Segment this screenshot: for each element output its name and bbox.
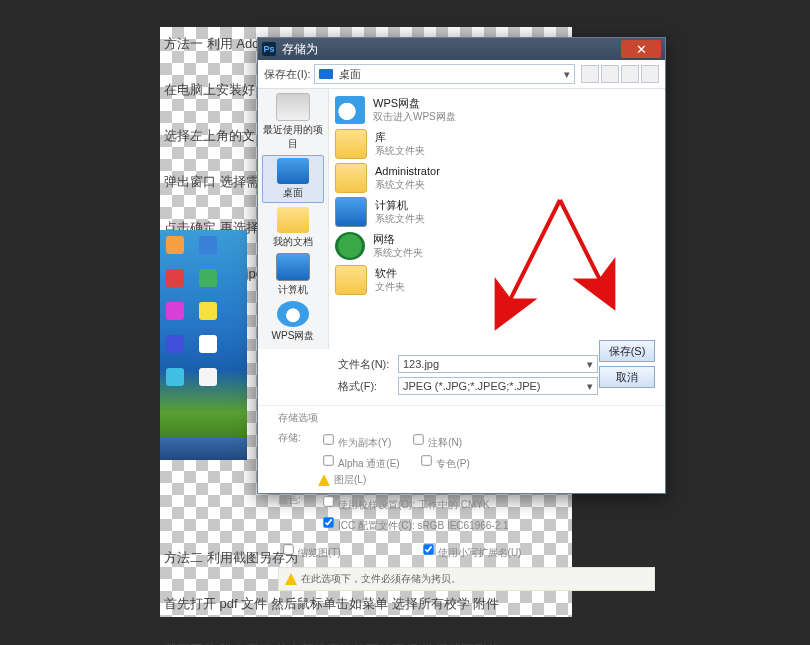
place-wps[interactable]: WPS网盘 [263, 301, 323, 343]
cloud-icon [335, 96, 365, 124]
save-as-dialog: Ps 存储为 ✕ 保存在(I): 桌面 ▾ 最近使用的项目 [257, 37, 666, 494]
filename-input[interactable]: 123.jpg▾ [398, 355, 598, 373]
file-list[interactable]: WPS网盘双击进入WPS网盘 库系统文件夹 Administrator系统文件夹… [329, 89, 665, 349]
folder-icon [335, 129, 367, 159]
titlebar[interactable]: Ps 存储为 ✕ [258, 38, 665, 60]
filename-label: 文件名(N): [338, 357, 398, 372]
list-item[interactable]: 计算机系统文件夹 [335, 195, 659, 229]
app-icon: Ps [262, 42, 276, 56]
save-options: 存储选项 存储: 作为副本(Y) 注释(N) Alpha 通道(E) 专色(P)… [258, 405, 665, 597]
place-recent[interactable]: 最近使用的项目 [263, 93, 323, 151]
save-in-combo[interactable]: 桌面 ▾ [314, 64, 575, 84]
computer-icon [335, 197, 367, 227]
place-desktop[interactable]: 桌面 [262, 155, 324, 203]
place-computer[interactable]: 计算机 [263, 253, 323, 297]
warning-icon [285, 573, 297, 585]
proof-checkbox[interactable] [323, 496, 333, 506]
network-icon [335, 232, 365, 260]
list-item[interactable]: 软件文件夹 [335, 263, 659, 297]
location-row: 保存在(I): 桌面 ▾ [258, 60, 665, 89]
warning-icon [318, 474, 330, 486]
save-in-value: 桌面 [339, 67, 361, 82]
cancel-button[interactable]: 取消 [599, 366, 655, 388]
format-label: 格式(F): [338, 379, 398, 394]
info-bar: 在此选项下，文件必须存储为拷贝。 [278, 567, 655, 591]
nav-new-folder-button[interactable] [621, 65, 639, 83]
save-in-label: 保存在(I): [264, 67, 310, 82]
places-sidebar: 最近使用的项目 桌面 我的文档 计算机 WPS网盘 [258, 89, 329, 349]
format-combo[interactable]: JPEG (*.JPG;*.JPEG;*.JPE)▾ [398, 377, 598, 395]
nav-view-button[interactable] [641, 65, 659, 83]
icc-checkbox[interactable] [323, 517, 333, 527]
nav-up-button[interactable] [601, 65, 619, 83]
nav-back-button[interactable] [581, 65, 599, 83]
dialog-title: 存储为 [282, 41, 318, 58]
list-item[interactable]: 库系统文件夹 [335, 127, 659, 161]
desktop-icon [319, 69, 333, 79]
alpha-checkbox[interactable] [323, 455, 333, 465]
folder-icon [335, 265, 367, 295]
as-copy-checkbox[interactable] [323, 434, 333, 444]
thumbnail-checkbox[interactable] [283, 544, 293, 554]
list-item[interactable]: Administrator系统文件夹 [335, 161, 659, 195]
place-documents[interactable]: 我的文档 [263, 207, 323, 249]
save-button[interactable]: 保存(S) [599, 340, 655, 362]
list-item[interactable]: WPS网盘双击进入WPS网盘 [335, 93, 659, 127]
list-item[interactable]: 网络系统文件夹 [335, 229, 659, 263]
close-button[interactable]: ✕ [621, 40, 661, 58]
spot-checkbox[interactable] [422, 455, 432, 465]
taskbar-preview [160, 438, 247, 460]
notes-checkbox[interactable] [413, 434, 423, 444]
desktop-preview [160, 230, 247, 445]
folder-icon [335, 163, 367, 193]
lowercase-ext-checkbox[interactable] [423, 544, 433, 554]
